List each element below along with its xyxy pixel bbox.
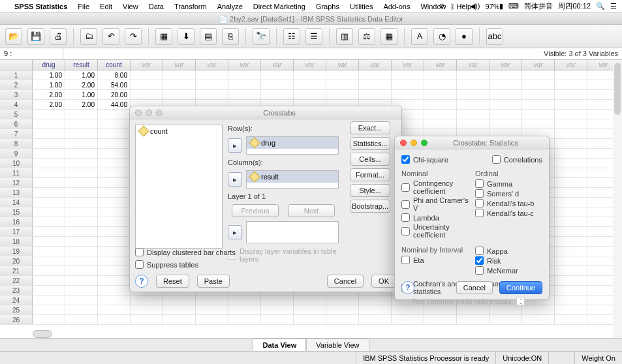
row-header[interactable]: 16: [0, 217, 33, 226]
cell[interactable]: [163, 296, 196, 305]
cell[interactable]: 2.00: [65, 80, 98, 89]
cell[interactable]: [294, 296, 326, 305]
cell[interactable]: [131, 315, 163, 324]
cell[interactable]: [457, 90, 490, 99]
cell[interactable]: [555, 266, 587, 275]
cell[interactable]: [555, 110, 587, 119]
move-to-cols-button[interactable]: ▸: [228, 172, 242, 187]
cell[interactable]: [33, 149, 65, 158]
cell[interactable]: [555, 80, 587, 89]
row-header[interactable]: 24: [0, 296, 33, 305]
cell[interactable]: [326, 70, 359, 80]
cell[interactable]: [98, 159, 131, 168]
cell[interactable]: [33, 256, 65, 265]
keyboard-icon[interactable]: ⌨: [508, 2, 519, 10]
cell[interactable]: [424, 315, 457, 324]
style-button[interactable]: Style...: [350, 184, 390, 197]
row-header[interactable]: 8: [0, 139, 33, 148]
cell[interactable]: [98, 110, 131, 119]
row-header[interactable]: 25: [0, 305, 33, 314]
menu-view[interactable]: View: [119, 1, 142, 12]
contingency-checkbox[interactable]: [401, 183, 410, 192]
cell[interactable]: [33, 139, 65, 148]
cell[interactable]: 54.00: [98, 80, 131, 89]
cell[interactable]: [98, 129, 131, 138]
cell[interactable]: [555, 119, 587, 129]
cell[interactable]: [522, 110, 555, 119]
cell[interactable]: [98, 178, 131, 187]
cell[interactable]: [65, 129, 98, 138]
row-header[interactable]: 4: [0, 100, 33, 109]
minimize-dot[interactable]: [146, 110, 152, 116]
cell[interactable]: [555, 276, 587, 285]
cell[interactable]: 1.00: [33, 70, 65, 80]
cell[interactable]: [33, 315, 65, 324]
cell[interactable]: [457, 119, 490, 129]
cell[interactable]: [228, 315, 261, 324]
cell[interactable]: [359, 70, 392, 80]
rows-var-drug[interactable]: drug: [247, 137, 338, 149]
cell[interactable]: [65, 119, 98, 129]
lambda-checkbox[interactable]: [401, 213, 410, 222]
open-icon[interactable]: 📂: [5, 28, 22, 45]
cell[interactable]: [33, 129, 65, 138]
close-dot[interactable]: [400, 140, 407, 146]
cell[interactable]: 1.00: [65, 70, 98, 80]
clock-label[interactable]: 周四00:12: [558, 1, 591, 11]
cell[interactable]: [131, 305, 163, 314]
cell[interactable]: [196, 90, 228, 99]
cell[interactable]: [555, 159, 587, 168]
menu-direct-marketing[interactable]: Direct Marketing: [249, 1, 309, 12]
cell[interactable]: [359, 296, 392, 305]
cell[interactable]: [163, 90, 196, 99]
cell[interactable]: [33, 178, 65, 187]
vscroll-thumb[interactable]: [614, 63, 621, 115]
bluetooth-icon[interactable]: ᛒ: [450, 3, 455, 10]
kappa-checkbox[interactable]: [475, 247, 484, 255]
cell[interactable]: [424, 80, 457, 89]
cell[interactable]: [98, 188, 131, 197]
col-header-var[interactable]: var: [163, 60, 196, 70]
menu-file[interactable]: File: [74, 1, 93, 12]
cell[interactable]: [98, 266, 131, 275]
cell[interactable]: [98, 315, 131, 324]
cell[interactable]: [196, 315, 228, 324]
zoom-dot[interactable]: [421, 140, 428, 146]
table-row[interactable]: 26: [0, 315, 622, 325]
print-icon[interactable]: 🖨: [50, 28, 67, 45]
cell[interactable]: [555, 305, 587, 314]
insert-case-icon[interactable]: ☷: [283, 28, 300, 45]
insert-var-icon[interactable]: ☰: [305, 28, 322, 45]
cell[interactable]: [326, 315, 359, 324]
cell[interactable]: [522, 100, 555, 109]
cell[interactable]: [131, 80, 163, 89]
table-row[interactable]: 32.001.0020.00: [0, 90, 622, 100]
select-cases-icon[interactable]: ▦: [381, 28, 397, 45]
cell[interactable]: [98, 227, 131, 236]
menu-app-name[interactable]: SPSS Statistics: [10, 1, 71, 12]
cell[interactable]: 8.00: [98, 70, 131, 80]
cell[interactable]: [326, 80, 359, 89]
find-icon[interactable]: ⎘: [222, 28, 239, 45]
menu-transform[interactable]: Transform: [170, 1, 211, 12]
row-header[interactable]: 9: [0, 149, 33, 158]
cell[interactable]: [98, 168, 131, 177]
cell[interactable]: [555, 207, 587, 217]
cell[interactable]: [131, 90, 163, 99]
cell[interactable]: [326, 305, 359, 314]
tab-data-view[interactable]: Data View: [253, 339, 306, 351]
cell[interactable]: [196, 80, 228, 89]
cell[interactable]: [555, 237, 587, 246]
col-header-var[interactable]: var: [522, 60, 555, 70]
cell[interactable]: [424, 119, 457, 129]
cell[interactable]: [98, 237, 131, 246]
cell[interactable]: [33, 227, 65, 236]
row-header[interactable]: 11: [0, 168, 33, 177]
spotlight-icon[interactable]: 🔍: [596, 2, 605, 10]
row-header[interactable]: 2: [0, 80, 33, 89]
menu-addons[interactable]: Add-ons: [379, 1, 414, 12]
cell[interactable]: [555, 247, 587, 256]
hscroll-thumb[interactable]: [33, 330, 52, 338]
cell[interactable]: [33, 159, 65, 168]
cell[interactable]: [98, 305, 131, 314]
